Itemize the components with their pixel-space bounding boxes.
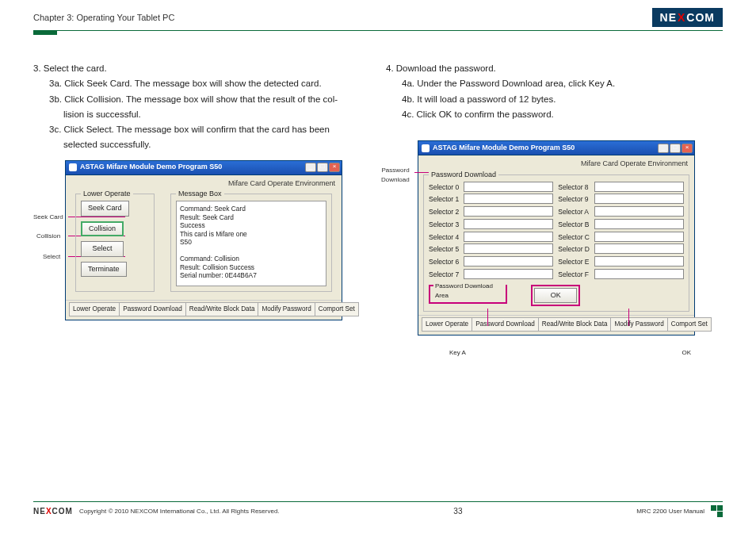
callout-select: Select [43, 252, 60, 262]
footer-logo: NEXCOM [33, 507, 73, 516]
window-title: ASTAG Mifare Module Demo Program S50 [80, 162, 305, 173]
win-password-download: ASTAG Mifare Module Demo Program S50 _ □… [418, 140, 695, 336]
sel-a-input[interactable] [594, 206, 684, 217]
sel-5-input[interactable] [464, 243, 553, 254]
step-4: 4. Download the password. [386, 62, 723, 75]
tab-lower-operate[interactable]: Lower Operate [69, 302, 120, 316]
sel-4-input[interactable] [464, 232, 553, 242]
sel-6-input[interactable] [464, 256, 553, 266]
footer: NEXCOM Copyright © 2010 NEXCOM Internati… [33, 501, 723, 517]
callout-password-download: Password Download [381, 166, 410, 185]
sel-9-label: Selector 9 [558, 194, 590, 205]
tab2-comport-set[interactable]: Comport Set [667, 317, 712, 332]
titlebar-2[interactable]: ASTAG Mifare Module Demo Program S50 _ □… [418, 141, 694, 155]
sel-1-label: Selector 1 [429, 194, 459, 205]
step-4c: 4c. Click OK to confirm the password. [386, 108, 723, 121]
sel-5-label: Selector 5 [429, 243, 459, 255]
close-button[interactable]: × [329, 163, 340, 172]
chapter-title: Chapter 3: Operating Your Tablet PC [33, 13, 174, 22]
minimize-button[interactable]: _ [305, 163, 316, 172]
sel-4-label: Selector 4 [429, 232, 459, 243]
callout-line-ok [628, 309, 629, 326]
maximize-button-2[interactable]: □ [670, 144, 681, 153]
terminate-button[interactable]: Terminate [81, 262, 127, 278]
step-3c-cont: selected successfully. [33, 138, 370, 151]
sel-7-label: Selector 7 [429, 269, 459, 280]
step-3: 3. Select the card. [33, 62, 370, 75]
callout-line-keya [487, 309, 488, 326]
tab-rw-block-data[interactable]: Read/Write Block Data [185, 302, 259, 316]
tab2-rw-block-data[interactable]: Read/Write Block Data [538, 317, 612, 332]
sel-2-input[interactable] [464, 206, 553, 217]
collision-button[interactable]: Collision [81, 221, 124, 237]
maximize-button[interactable]: □ [317, 163, 328, 172]
sel-9-input[interactable] [594, 194, 684, 204]
sel-0-label: Selector 0 [429, 182, 459, 193]
minimize-button-2[interactable]: _ [658, 144, 669, 153]
right-column: 4. Download the password. 4a. Under the … [386, 62, 723, 358]
left-column: 3. Select the card. 3a. Click Seek Card.… [33, 62, 370, 358]
ok-highlight: OK [531, 285, 580, 307]
sel-6-label: Selector 6 [429, 256, 459, 267]
sel-d-input[interactable] [594, 243, 684, 254]
sel-0-input[interactable] [464, 182, 553, 192]
step-3b-cont: lision is successful. [33, 108, 370, 121]
app-icon-2 [422, 144, 430, 152]
copyright: Copyright © 2010 NEXCOM International Co… [79, 508, 280, 515]
callout-ok: OK [682, 348, 691, 358]
sel-1-input[interactable] [464, 194, 553, 204]
tab-modify-password[interactable]: Modify Password [258, 302, 315, 316]
ok-button[interactable]: OK [534, 288, 577, 304]
sel-8-label: Selector 8 [558, 182, 590, 193]
header-rule [33, 30, 723, 38]
sel-c-input[interactable] [594, 232, 684, 242]
message-box-legend: Message Box [176, 189, 224, 200]
sel-8-input[interactable] [594, 182, 684, 192]
close-button-2[interactable]: × [682, 144, 693, 153]
sel-3-label: Selector 3 [429, 219, 459, 230]
lower-operate-legend: Lower Operate [81, 189, 133, 200]
manual-name: MRC 2200 User Manual [636, 508, 704, 515]
nexcom-logo: NEXCOM [652, 8, 723, 27]
page-number: 33 [280, 507, 637, 516]
win-lower-operate: ASTAG Mifare Module Demo Program S50 _ □… [65, 160, 342, 321]
message-box: Command: Seek Card Result: Seek Card Suc… [176, 201, 326, 286]
callout-collision: Collision [36, 232, 60, 241]
sel-c-label: Selector C [558, 232, 590, 243]
sel-b-input[interactable] [594, 219, 684, 229]
step-3a: 3a. Click Seek Card. The message box wil… [33, 77, 370, 90]
sel-e-input[interactable] [594, 256, 684, 266]
tab-comport-set[interactable]: Comport Set [315, 302, 359, 316]
select-button[interactable]: Select [81, 241, 124, 257]
callout-seek-card: Seek Card [33, 213, 63, 222]
sel-a-label: Selector A [558, 206, 590, 217]
sel-d-label: Selector D [558, 243, 590, 255]
sel-f-input[interactable] [594, 269, 684, 279]
sel-f-label: Selector F [558, 269, 590, 280]
titlebar[interactable]: ASTAG Mifare Module Demo Program S50 _ □… [66, 161, 342, 175]
tabs-2: Lower Operate Password Download Read/Wri… [418, 315, 694, 335]
step-3c: 3c. Click Select. The message box will c… [33, 123, 370, 136]
password-download-area: Password Download Area Key A Key B [429, 285, 507, 305]
app-icon [69, 163, 77, 171]
step-4a: 4a. Under the Password Download area, cl… [386, 77, 723, 90]
window-title-2: ASTAG Mifare Module Demo Program S50 [433, 143, 658, 154]
tab-password-download[interactable]: Password Download [119, 302, 186, 316]
seek-card-button[interactable]: Seek Card [81, 201, 129, 217]
sel-b-label: Selector B [558, 219, 590, 230]
step-4b: 4b. It will load a password of 12 bytes. [386, 93, 723, 106]
sel-2-label: Selector 2 [429, 206, 459, 217]
password-download-legend: Password Download [429, 170, 498, 181]
pda-legend: Password Download Area [433, 282, 506, 301]
sel-e-label: Selector E [558, 256, 590, 267]
tab2-password-download[interactable]: Password Download [472, 317, 539, 332]
footer-squares-icon [711, 505, 723, 517]
sel-3-input[interactable] [464, 219, 553, 229]
callout-key-a: Key A [449, 348, 466, 358]
sel-7-input[interactable] [464, 269, 553, 279]
tabs: Lower Operate Password Download Read/Wri… [66, 300, 342, 320]
tab2-lower-operate[interactable]: Lower Operate [422, 317, 472, 332]
tab2-modify-password[interactable]: Modify Password [610, 317, 667, 332]
step-3b: 3b. Click Collision. The message box wil… [33, 93, 370, 106]
